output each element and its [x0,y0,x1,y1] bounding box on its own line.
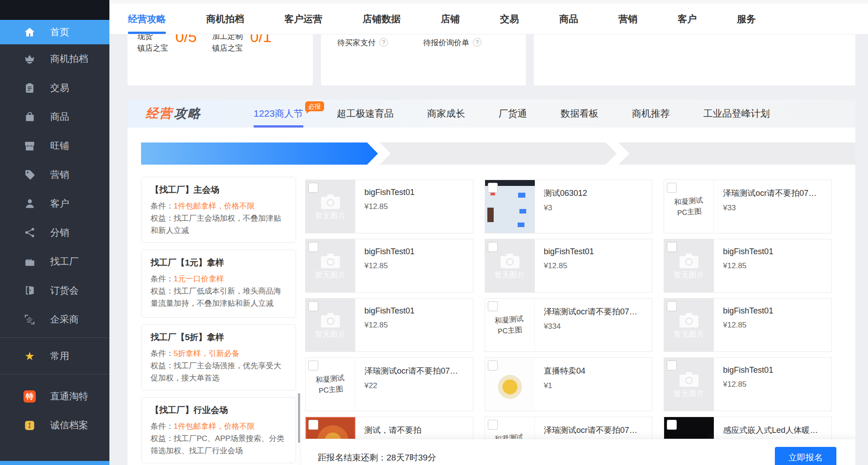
product-price: ¥22 [364,381,458,390]
campaign-tab-changhuotong[interactable]: 厂货通 [499,100,527,128]
stat-group[interactable]: 现货 镇店之宝 0/5 [137,34,197,85]
camera-icon [320,252,341,269]
campaign-tab-speed-incubation[interactable]: 超工极速育品 [337,100,394,128]
sidebar-item-integrity[interactable]: 诚信档案 [0,411,109,440]
product-card[interactable]: 和凝测试PC主图 泽瑞测试ocr请不要拍07… ¥334 [485,298,653,352]
product-price: ¥12.85 [723,261,773,270]
product-checkbox[interactable] [667,242,677,252]
sidebar-item-marketing[interactable]: 营销 [0,160,109,189]
product-checkbox[interactable] [308,242,318,252]
sidebar-item-shop[interactable]: 旺铺 [0,131,109,160]
product-card[interactable]: 直播特卖04 ¥1 [485,357,653,411]
sidebar-item-taote[interactable]: 特 直通淘特 [0,382,109,411]
product-checkbox[interactable] [667,420,677,430]
product-card[interactable]: 暂无图片 bigFishTest01 ¥12.85 [664,298,832,352]
topnav-item-customer[interactable]: 客户 [678,4,697,34]
condition-label: 条件： [151,349,174,358]
sidebar-item-customer[interactable]: 客户 [0,189,109,218]
product-checkbox[interactable] [488,242,498,252]
help-icon[interactable]: ? [473,38,481,47]
product-checkbox[interactable] [667,183,677,193]
product-title: bigFishTest01 [364,188,415,197]
sidebar-nav: 首页 商机拍档 交易 商品 旺铺 营销 [0,20,109,440]
product-card[interactable]: 暂无图片 bigFishTest01 ¥12.85 [664,239,832,293]
product-card[interactable]: 暂无图片 bigFishTest01 ¥12.85 [305,298,473,352]
product-title: 感应式嵌入式Led人体暖… [723,425,818,436]
signup-countdown: 距报名结束还剩：28天7时39分 [318,452,436,464]
todo-item[interactable]: 待买家支付 ? [337,38,388,48]
hening-image-text: 和凝测试PC主图 [315,372,346,396]
campaign-tab-merchant-growth[interactable]: 商家成长 [427,100,465,128]
product-checkbox[interactable] [308,183,318,193]
stat-group[interactable]: 加工定制 镇店之宝 0/1 [212,34,271,85]
camera-icon [679,252,699,269]
product-title: 泽瑞测试ocr请不要拍07… [364,365,458,376]
content: 现货 镇店之宝 0/5 加工定制 镇店之宝 0/1 [109,34,868,465]
sidebar-item-qicaishang[interactable]: 企 企采商 [0,305,109,334]
product-card[interactable]: 暂无图片 bigFishTest01 ¥12.85 [305,239,473,293]
sidebar-item-factory[interactable]: 找工厂 [0,247,109,276]
activity-card[interactable]: 找工厂【5折】拿样 条件：5折拿样，引新必备 权益：找工厂主会场强推，优先享受大… [141,324,296,390]
product-checkbox[interactable] [488,361,498,370]
scrollbar-thumb[interactable] [298,393,300,443]
topnav-item-shop-data[interactable]: 店铺数据 [363,4,401,34]
benefit-label: 权益： [151,434,174,443]
clipboard-icon [24,82,36,94]
fair-icon [24,285,36,297]
condition-label: 条件： [151,202,174,210]
product-checkbox[interactable] [488,183,498,193]
sidebar-item-partner[interactable]: 商机拍档 [0,44,109,73]
product-checkbox[interactable] [488,420,498,430]
signup-button[interactable]: 立即报名 [775,447,836,465]
activity-card[interactable]: 【找工厂】行业会场 条件：1件包邮拿样，价格不限 权益：找工厂PC、APP场景搜… [141,397,296,463]
sidebar-item-fair[interactable]: 订货会 [0,276,109,305]
topnav-item-partner[interactable]: 商机拍档 [206,4,244,34]
sidebar-item-common[interactable]: ★ 常用 [0,342,109,370]
activity-card[interactable]: 【找工厂】主会场 条件：1件包邮拿样，价格不限 权益：找工厂主会场加权，不叠加津… [141,177,296,243]
required-badge: 必报 [305,101,324,111]
product-checkbox[interactable] [667,361,677,370]
product-title: bigFishTest01 [364,247,415,256]
topnav-item-shop[interactable]: 店铺 [441,4,460,34]
product-checkbox[interactable] [488,301,498,311]
todo-item[interactable]: 待报价询价单 ? [423,38,481,48]
campaign-tab-merchant-festival[interactable]: 1223商人节 必报 [254,100,303,128]
campaign-panel: 经营攻略 1223商人节 必报 超工极速育品 商家成长 [127,100,855,465]
product-card[interactable]: 暂无图片 bigFishTest01 ¥12.85 [305,180,473,233]
camera-icon [679,311,699,328]
topnav-item-service[interactable]: 服务 [737,4,756,34]
svg-text:企: 企 [26,316,33,323]
topnav-item-strategy[interactable]: 经营攻略 [128,4,166,34]
product-checkbox[interactable] [308,361,318,370]
sidebar-item-home[interactable]: 首页 [0,20,109,44]
product-price: ¥12.85 [364,261,415,270]
topnav-item-customer-ops[interactable]: 客户运营 [284,4,322,34]
product-price: ¥12.85 [723,380,773,389]
campaign-tab-industrial-peak[interactable]: 工业品登峰计划 [703,100,770,128]
product-card[interactable]: 暂无图片 bigFishTest01 ¥12.85 [485,239,653,293]
sidebar-divider [0,337,109,338]
topnav-item-trade[interactable]: 交易 [500,4,519,34]
product-price: ¥1 [544,381,585,390]
topnav-item-marketing[interactable]: 营销 [618,4,637,34]
product-card[interactable]: 暂无图片 bigFishTest01 ¥12.85 [664,357,832,411]
taote-icon: 特 [24,390,36,403]
product-title: 泽瑞测试ocr请不要拍07… [544,306,637,317]
product-checkbox[interactable] [308,420,318,430]
product-card[interactable]: 和凝测试PC主图 泽瑞测试ocr请不要拍07… ¥33 [664,180,832,233]
archive-icon [24,419,36,432]
aftersales-card [534,34,855,85]
campaign-tab-opportunity[interactable]: 商机推荐 [632,100,670,128]
sidebar-item-goods[interactable]: 商品 [0,102,109,131]
help-icon[interactable]: ? [379,38,388,47]
product-checkbox[interactable] [667,301,677,311]
product-checkbox[interactable] [308,301,318,311]
sidebar-item-trade[interactable]: 交易 [0,73,109,102]
topnav-item-goods[interactable]: 商品 [559,4,578,34]
product-card[interactable]: 测试063012 ¥3 [485,180,653,233]
sidebar-item-distribution[interactable]: 分销 [0,218,109,247]
activity-card[interactable]: 找工厂【1元】拿样 条件：1元一口价拿样 权益：找工厂低成本引新，堆头商品海量流… [141,250,296,318]
product-card[interactable]: 和凝测试PC主图 泽瑞测试ocr请不要拍07… ¥22 [305,357,473,411]
product-price: ¥3 [544,204,587,213]
campaign-tab-data-board[interactable]: 数据看板 [561,100,599,128]
